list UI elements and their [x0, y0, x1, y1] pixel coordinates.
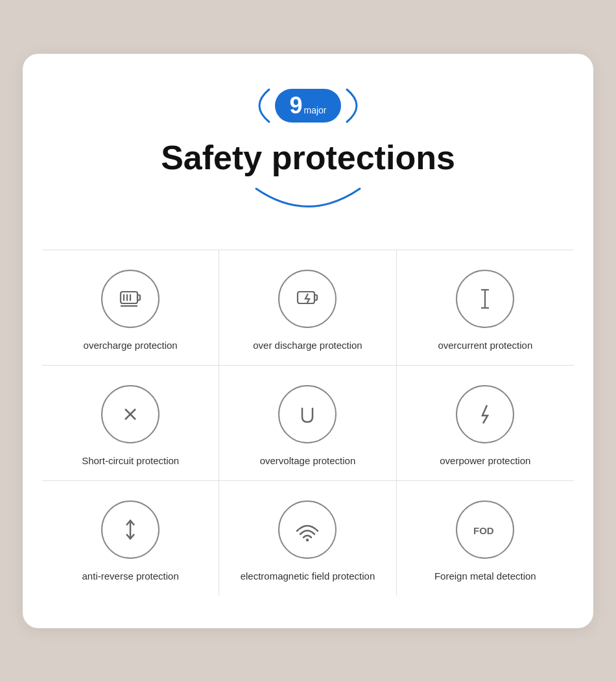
overcharge-icon — [101, 270, 160, 328]
grid-item-overcharge: overcharge protection — [42, 250, 219, 366]
overdischarge-icon — [278, 270, 337, 328]
svg-rect-0 — [121, 292, 137, 303]
anti-reverse-label: anti-reverse protection — [82, 569, 179, 583]
grid-item-overcurrent: overcurrent protection — [397, 250, 574, 366]
grid-item-overdischarge: over discharge protection — [219, 250, 396, 366]
grid-item-overpower: overpower protection — [397, 366, 574, 481]
svg-rect-7 — [314, 295, 317, 300]
grid-item-fod: FOD Foreign metal detection — [397, 481, 574, 596]
overvoltage-icon — [278, 385, 337, 443]
overpower-icon — [456, 385, 514, 443]
overpower-label: overpower protection — [440, 454, 530, 467]
badge-pill: 9 major — [275, 89, 340, 123]
title-arc-decoration — [243, 182, 373, 224]
fod-label: Foreign metal detection — [434, 569, 536, 583]
svg-text:FOD: FOD — [473, 525, 494, 536]
grid-item-overvoltage: overvoltage protection — [219, 366, 396, 481]
badge-number: 9 — [289, 94, 302, 117]
electromagnetic-icon — [278, 500, 337, 559]
svg-point-15 — [306, 539, 309, 541]
overcurrent-label: overcurrent protection — [438, 338, 532, 352]
fod-icon: FOD — [456, 500, 514, 559]
grid-item-electromagnetic: electromagnetic field protection — [219, 481, 396, 596]
overcharge-label: overcharge protection — [84, 338, 178, 352]
anti-reverse-icon — [101, 500, 160, 559]
page-title: Safety protections — [161, 138, 455, 177]
electromagnetic-label: electromagnetic field protection — [241, 569, 375, 583]
overdischarge-label: over discharge protection — [253, 338, 362, 352]
overcurrent-icon — [456, 270, 514, 328]
short-circuit-icon — [101, 385, 160, 443]
short-circuit-label: Short-circuit protection — [82, 454, 179, 467]
overvoltage-label: overvoltage protection — [260, 454, 356, 467]
header-section: 9 major Safety protections — [42, 80, 574, 224]
svg-rect-1 — [137, 295, 140, 300]
main-card: 9 major Safety protections — [23, 54, 593, 628]
grid-item-anti-reverse: anti-reverse protection — [42, 481, 219, 596]
grid-item-short-circuit: Short-circuit protection — [42, 366, 219, 481]
protections-grid: overcharge protection over discharge pro… — [42, 250, 574, 596]
badge-wrapper: 9 major — [230, 80, 386, 132]
badge-text: major — [304, 105, 327, 115]
